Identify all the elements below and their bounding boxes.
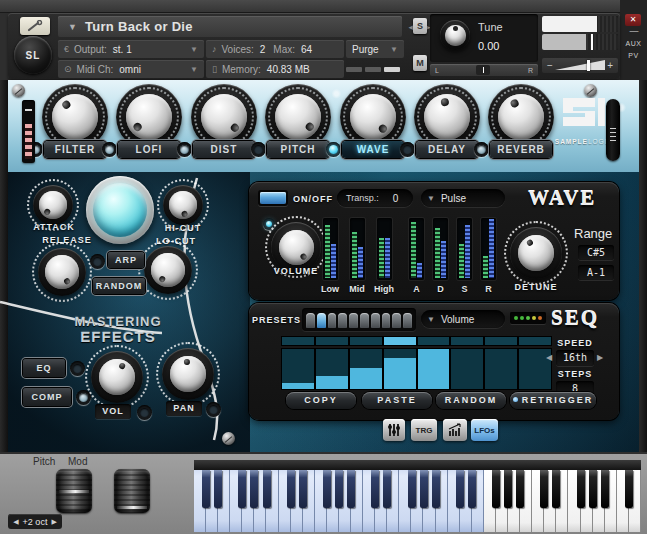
row-fader[interactable] (606, 99, 620, 161)
octave-up-arrow[interactable]: ▶ (51, 518, 56, 526)
seq-mode-select[interactable]: ▼ Volume (421, 310, 505, 328)
release-knob[interactable] (38, 248, 86, 296)
purge-dropdown-icon[interactable]: ▼ (390, 45, 398, 54)
black-key[interactable] (383, 470, 391, 508)
instrument-title-bar[interactable]: ▼ Turn Back or Die (58, 16, 402, 37)
copy-button[interactable]: COPY (286, 392, 356, 409)
speed-value-field[interactable]: 16th (556, 350, 594, 366)
speed-prev-arrow[interactable]: ◀ (546, 353, 552, 362)
black-key[interactable] (516, 470, 524, 508)
hicut-knob[interactable] (163, 185, 203, 225)
lofi-button[interactable]: LOFI (118, 141, 180, 158)
black-key[interactable] (347, 470, 355, 508)
slider-low[interactable]: Low (318, 218, 342, 294)
seq-step-2[interactable] (316, 349, 348, 389)
black-key[interactable] (371, 470, 379, 508)
slider-s[interactable]: S (456, 218, 473, 294)
wave-volume-knob[interactable] (271, 222, 321, 272)
black-key[interactable] (577, 470, 585, 508)
range-high-field[interactable]: C#5 (578, 245, 614, 260)
midi-channel-select[interactable]: ⊙ Midi Ch: omni ▼ (58, 60, 204, 78)
black-key[interactable] (287, 470, 295, 508)
preset-tab-3[interactable] (328, 313, 337, 328)
edit-instrument-button[interactable] (20, 17, 50, 35)
black-key[interactable] (432, 470, 440, 508)
volume-wedge[interactable] (555, 60, 605, 71)
preset-tab-5[interactable] (349, 313, 358, 328)
black-key[interactable] (408, 470, 416, 508)
minimize-button[interactable]: — (628, 28, 640, 36)
delay-button[interactable]: DELAY (416, 141, 478, 158)
seq-step-grid[interactable] (281, 348, 552, 390)
octave-down-arrow[interactable]: ◀ (13, 518, 18, 526)
seq-step-4[interactable] (384, 349, 416, 389)
comp-button[interactable]: COMP (23, 388, 71, 406)
seq-step-6[interactable] (451, 349, 483, 389)
black-key[interactable] (250, 470, 258, 508)
preset-tab-1[interactable] (306, 313, 315, 328)
black-key[interactable] (214, 470, 222, 508)
preset-tab-9[interactable] (392, 313, 401, 328)
black-key[interactable] (492, 470, 500, 508)
preset-tab-10[interactable] (403, 313, 412, 328)
midi-dropdown-icon[interactable]: ▼ (190, 65, 198, 74)
random-seq-button[interactable]: RANDOM (436, 392, 506, 409)
slider-mid[interactable]: Mid (345, 218, 369, 294)
output-select[interactable]: € Output: st. 1 ▼ (58, 40, 204, 58)
random-button[interactable]: RANDOM (93, 278, 145, 294)
trg-view-button[interactable]: TRG (411, 419, 437, 441)
seq-step-3[interactable] (350, 349, 382, 389)
volume-plus[interactable]: + (607, 60, 613, 71)
black-key[interactable] (238, 470, 246, 508)
black-key[interactable] (601, 470, 609, 508)
pitch-button[interactable]: PITCH (267, 141, 329, 158)
retrigger-button[interactable]: RETRIGGER (510, 392, 596, 409)
locut-knob[interactable] (144, 246, 192, 294)
slider-high[interactable]: High (372, 218, 396, 294)
tune-knob[interactable] (440, 20, 470, 50)
pv-tab[interactable]: pv (620, 52, 647, 62)
black-key[interactable] (323, 470, 331, 508)
volume-minus[interactable]: − (547, 60, 553, 71)
black-key[interactable] (420, 470, 428, 508)
master-vol-knob[interactable] (91, 351, 143, 403)
title-caret-icon[interactable]: ▼ (68, 22, 77, 32)
seq-mode-dropdown-icon[interactable]: ▼ (427, 315, 435, 324)
waveform-dropdown-icon[interactable]: ▼ (427, 194, 435, 203)
lfos-view-button[interactable]: LFOs (471, 419, 498, 441)
output-dropdown-icon[interactable]: ▼ (190, 45, 198, 54)
volume-slider[interactable]: − + (542, 58, 618, 73)
mixer-view-button[interactable] (383, 419, 405, 441)
black-key[interactable] (552, 470, 560, 508)
arp-button[interactable]: ARP (108, 252, 144, 268)
eq-button[interactable]: EQ (23, 359, 65, 377)
wave-button[interactable]: WAVE (342, 141, 404, 158)
seq-step-5[interactable] (418, 349, 450, 389)
mod-wheel[interactable] (114, 469, 150, 513)
paste-button[interactable]: PASTE (362, 392, 432, 409)
black-key[interactable] (589, 470, 597, 508)
seq-step-7[interactable] (485, 349, 517, 389)
slider-a[interactable]: A (408, 218, 425, 294)
range-low-field[interactable]: A-1 (578, 265, 614, 280)
slider-d[interactable]: D (432, 218, 449, 294)
attack-knob[interactable] (33, 185, 73, 225)
purge-menu[interactable]: Purge ▼ (346, 40, 404, 58)
solo-button[interactable]: S (413, 18, 427, 34)
black-key[interactable] (504, 470, 512, 508)
black-key[interactable] (456, 470, 464, 508)
mute-button[interactable]: M (413, 55, 427, 71)
piano-keyboard[interactable] (194, 470, 641, 532)
filter-button[interactable]: FILTER (44, 141, 106, 158)
black-key[interactable] (540, 470, 548, 508)
preset-tab-2[interactable] (317, 313, 326, 328)
black-key[interactable] (299, 470, 307, 508)
master-pan-knob[interactable] (162, 348, 214, 400)
black-key[interactable] (263, 470, 271, 508)
black-key[interactable] (625, 470, 633, 508)
dist-button[interactable]: DIST (193, 141, 255, 158)
preset-tab-7[interactable] (371, 313, 380, 328)
pitch-wheel[interactable] (56, 469, 92, 513)
black-key[interactable] (468, 470, 476, 508)
black-key[interactable] (335, 470, 343, 508)
